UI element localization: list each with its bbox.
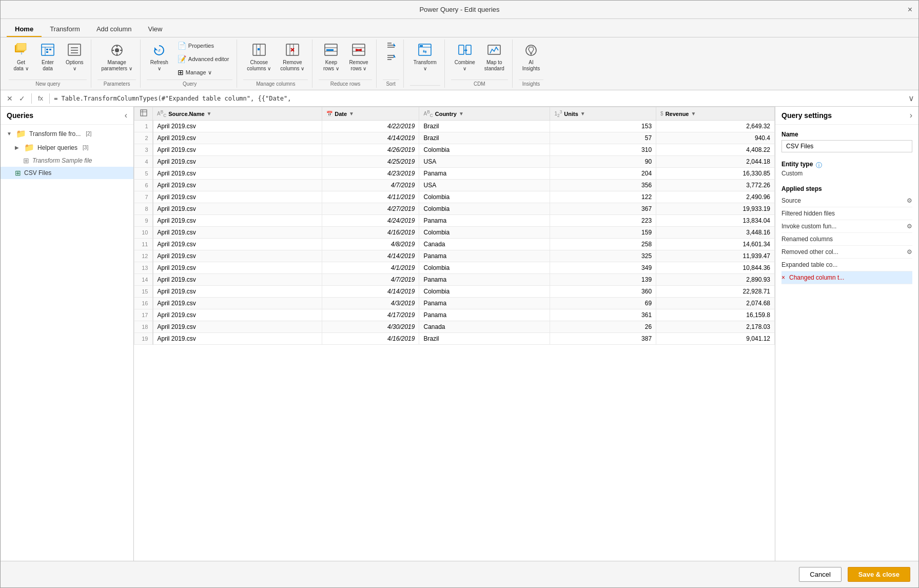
svg-rect-7 bbox=[46, 49, 48, 50]
cancel-button[interactable]: Cancel bbox=[799, 567, 841, 582]
row-num-cell: 14 bbox=[134, 274, 153, 286]
sidebar-item-transform-file[interactable]: ▼ 📁 Transform file fro... [2] bbox=[1, 127, 133, 141]
formula-confirm-icon[interactable]: ✓ bbox=[17, 93, 27, 104]
tab-home[interactable]: Home bbox=[7, 22, 42, 37]
choose-columns-button[interactable]: Choosecolumns ∨ bbox=[243, 40, 275, 74]
ribbon-group-transform: ⇆ Transform∨ bbox=[406, 40, 445, 88]
titlebar: Power Query - Edit queries × bbox=[1, 1, 918, 19]
table-row[interactable]: 3 April 2019.csv 4/26/2019 Colombia 310 … bbox=[134, 144, 775, 156]
grid-scroll[interactable]: ABC Source.Name ▼ 📅 Date ▼ bbox=[134, 107, 775, 561]
table-row[interactable]: 13 April 2019.csv 4/1/2019 Colombia 349 … bbox=[134, 262, 775, 274]
properties-button[interactable]: 📄 Properties bbox=[174, 40, 233, 52]
folder-icon-transform: 📁 bbox=[16, 129, 26, 139]
remove-rows-button[interactable]: Removerows ∨ bbox=[345, 40, 371, 74]
col-filter-date[interactable]: ▼ bbox=[349, 111, 354, 116]
sidebar-collapse-button[interactable]: ‹ bbox=[125, 111, 127, 120]
revenue-cell: 2,044.18 bbox=[656, 156, 775, 168]
enter-data-icon bbox=[40, 42, 56, 58]
table-row[interactable]: 11 April 2019.csv 4/8/2019 Canada 258 14… bbox=[134, 239, 775, 250]
step-item-removed-other-col[interactable]: Removed other col...⚙ bbox=[781, 246, 912, 259]
table-row[interactable]: 19 April 2019.csv 4/16/2019 Brazil 387 9… bbox=[134, 333, 775, 345]
sort-asc-button[interactable] bbox=[383, 40, 399, 51]
qs-info-icon[interactable]: ⓘ bbox=[816, 161, 822, 170]
col-header-revenue[interactable]: $ Revenue ▼ bbox=[656, 107, 775, 121]
col-filter-country[interactable]: ▼ bbox=[459, 111, 464, 116]
svg-rect-8 bbox=[46, 51, 48, 53]
close-button[interactable]: × bbox=[908, 5, 912, 14]
tab-transform[interactable]: Transform bbox=[42, 22, 88, 37]
svg-text:↺: ↺ bbox=[158, 49, 161, 52]
table-row[interactable]: 4 April 2019.csv 4/25/2019 USA 90 2,044.… bbox=[134, 156, 775, 168]
table-row[interactable]: 1 April 2019.csv 4/22/2019 Brazil 153 2,… bbox=[134, 121, 775, 132]
step-item-filtered-hidden[interactable]: Filtered hidden files bbox=[781, 207, 912, 220]
table-row[interactable]: 18 April 2019.csv 4/30/2019 Canada 26 2,… bbox=[134, 321, 775, 333]
step-item-source[interactable]: Source⚙ bbox=[781, 194, 912, 207]
table-row[interactable]: 2 April 2019.csv 4/14/2019 Brazil 57 940… bbox=[134, 132, 775, 144]
source-cell: April 2019.csv bbox=[153, 239, 322, 250]
date-cell: 4/8/2019 bbox=[322, 239, 419, 250]
col-filter-revenue[interactable]: ▼ bbox=[691, 111, 696, 116]
table-row[interactable]: 8 April 2019.csv 4/27/2019 Colombia 367 … bbox=[134, 203, 775, 215]
table-row[interactable]: 15 April 2019.csv 4/14/2019 Colombia 360… bbox=[134, 286, 775, 298]
sidebar-item-transform-sample[interactable]: ⊞ Transform Sample file bbox=[1, 154, 133, 167]
save-close-button[interactable]: Save & close bbox=[848, 567, 910, 582]
step-item-renamed-columns[interactable]: Renamed columns bbox=[781, 233, 912, 246]
formula-cancel-icon[interactable]: ✕ bbox=[5, 93, 15, 104]
step-error-icon[interactable]: × bbox=[781, 274, 785, 281]
table-row[interactable]: 10 April 2019.csv 4/16/2019 Colombia 159… bbox=[134, 227, 775, 239]
sort-desc-button[interactable] bbox=[383, 52, 399, 63]
source-cell: April 2019.csv bbox=[153, 309, 322, 321]
sidebar-item-helper-queries[interactable]: ▶ 📁 Helper queries [3] bbox=[1, 141, 133, 154]
step-gear-icon-removed-other-col[interactable]: ⚙ bbox=[907, 248, 912, 256]
tab-add-column[interactable]: Add column bbox=[88, 22, 140, 37]
transform-button[interactable]: ⇆ Transform∨ bbox=[410, 40, 440, 74]
combine-button[interactable]: Combine∨ bbox=[451, 40, 479, 74]
step-gear-icon-invoke-custom[interactable]: ⚙ bbox=[907, 223, 912, 230]
col-header-country[interactable]: ABC Country ▼ bbox=[419, 107, 550, 121]
table-row[interactable]: 5 April 2019.csv 4/23/2019 Panama 204 16… bbox=[134, 168, 775, 180]
col-header-units[interactable]: 123 Units ▼ bbox=[550, 107, 656, 121]
units-cell: 153 bbox=[550, 121, 656, 132]
col-header-date[interactable]: 📅 Date ▼ bbox=[322, 107, 419, 121]
table-row[interactable]: 9 April 2019.csv 4/24/2019 Panama 223 13… bbox=[134, 215, 775, 227]
formula-expand-icon[interactable]: ∨ bbox=[908, 93, 914, 103]
table-row[interactable]: 17 April 2019.csv 4/17/2019 Panama 361 1… bbox=[134, 309, 775, 321]
ai-insights-button[interactable]: AIInsights bbox=[519, 40, 543, 74]
col-header-source[interactable]: ABC Source.Name ▼ bbox=[153, 107, 322, 121]
row-num-cell: 10 bbox=[134, 227, 153, 239]
step-left-renamed-columns: Renamed columns bbox=[781, 236, 833, 243]
table-row[interactable]: 16 April 2019.csv 4/3/2019 Panama 69 2,0… bbox=[134, 298, 775, 309]
step-item-expanded-table-co[interactable]: Expanded table co... bbox=[781, 259, 912, 271]
keep-rows-button[interactable]: Keeprows ∨ bbox=[319, 40, 343, 74]
map-to-standard-button[interactable]: Map tostandard bbox=[481, 40, 508, 74]
col-filter-units[interactable]: ▼ bbox=[580, 111, 585, 116]
table-row[interactable]: 12 April 2019.csv 4/14/2019 Panama 325 1… bbox=[134, 250, 775, 262]
manage-button[interactable]: ⊞ Manage ∨ bbox=[174, 66, 233, 79]
qs-expand-button[interactable]: › bbox=[910, 111, 912, 120]
table-row[interactable]: 7 April 2019.csv 4/11/2019 Colombia 122 … bbox=[134, 191, 775, 203]
get-data-button[interactable]: ↓ Getdata ∨ bbox=[9, 40, 33, 74]
ribbon-group-sort-label: Sort bbox=[383, 80, 399, 88]
sidebar-item-csv-files[interactable]: ⊞ CSV Files bbox=[1, 167, 133, 179]
formula-input[interactable]: = Table.TransformColumnTypes(#"Expanded … bbox=[54, 95, 904, 102]
qs-name-input[interactable] bbox=[781, 140, 912, 152]
step-gear-icon-source[interactable]: ⚙ bbox=[907, 197, 912, 204]
enter-data-button[interactable]: Enterdata bbox=[35, 40, 60, 74]
table-row[interactable]: 6 April 2019.csv 4/7/2019 USA 356 3,772.… bbox=[134, 180, 775, 191]
advanced-editor-button[interactable]: 📝 Advanced editor bbox=[174, 53, 233, 65]
remove-columns-button[interactable]: Removecolumns ∨ bbox=[277, 40, 308, 74]
step-item-invoke-custom[interactable]: Invoke custom fun...⚙ bbox=[781, 220, 912, 233]
col-filter-source[interactable]: ▼ bbox=[207, 111, 212, 116]
table-row[interactable]: 14 April 2019.csv 4/7/2019 Panama 139 2,… bbox=[134, 274, 775, 286]
ribbon-group-query-content: ↺ Refresh∨ 📄 Properties 📝 Advanced edito… bbox=[147, 40, 233, 79]
ribbon-group-insights: AIInsights Insights bbox=[515, 40, 548, 88]
date-cell: 4/25/2019 bbox=[322, 156, 419, 168]
manage-parameters-button[interactable]: Manageparameters ∨ bbox=[97, 40, 135, 74]
refresh-button[interactable]: ↺ Refresh∨ bbox=[147, 40, 172, 74]
step-name-expanded-table-co: Expanded table co... bbox=[781, 261, 837, 268]
options-button[interactable]: Options∨ bbox=[62, 40, 87, 74]
query-actions-group: 📄 Properties 📝 Advanced editor ⊞ Manage … bbox=[174, 40, 233, 79]
col-type-units: 123 bbox=[554, 109, 562, 118]
step-item-changed-column-t[interactable]: ×Changed column t... bbox=[781, 271, 912, 284]
tab-view[interactable]: View bbox=[140, 22, 171, 37]
